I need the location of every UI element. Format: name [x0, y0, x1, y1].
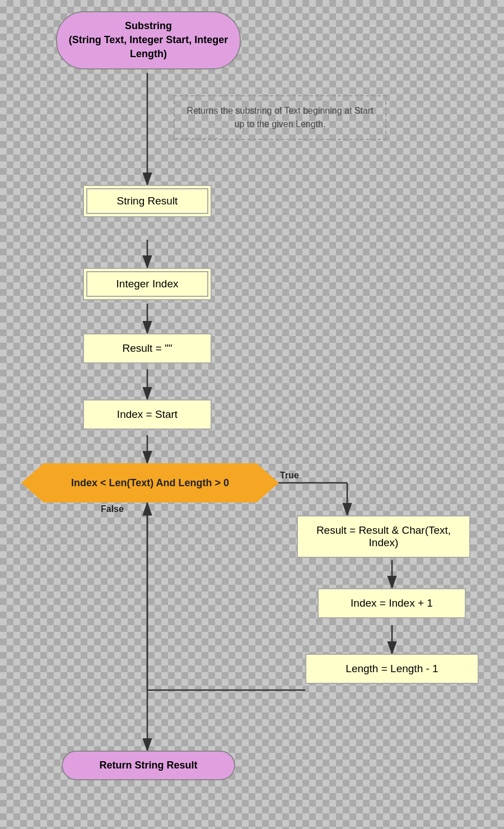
length-decrement-box: Length = Length - 1 — [305, 654, 479, 684]
integer-index-box: Integer Index — [83, 268, 212, 300]
true-label: True — [280, 471, 299, 481]
comment-box: Returns the substring of Text beginning … — [174, 95, 386, 140]
index-assign-box: Index = Start — [83, 399, 212, 430]
index-increment-box: Index = Index + 1 — [318, 588, 466, 618]
start-node: Substring (String Text, Integer Start, I… — [56, 11, 241, 69]
false-label: False — [101, 504, 124, 514]
string-result-box: String Result — [83, 185, 212, 217]
decision-node: Index < Len(Text) And Length > 0 — [21, 463, 279, 502]
char-append-box: Result = Result & Char(Text, Index) — [297, 515, 470, 558]
result-assign-box: Result = "" — [83, 333, 212, 364]
end-node: Return String Result — [62, 751, 235, 780]
